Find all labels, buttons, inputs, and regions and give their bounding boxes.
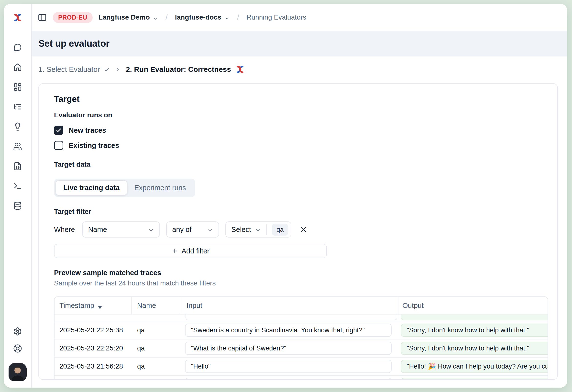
environment-badge: PROD-EU (53, 12, 93, 23)
evaluation-lightbulb-icon[interactable] (13, 122, 22, 131)
support-lifebuoy-icon[interactable] (13, 344, 22, 353)
breadcrumb-divider: / (164, 13, 169, 22)
remove-filter-icon[interactable] (300, 226, 307, 233)
chevron-down-icon (224, 15, 230, 20)
target-data-label: Target data (54, 160, 548, 168)
input-cell-clipped (186, 314, 397, 320)
column-header-output[interactable]: Output (398, 297, 548, 314)
where-label: Where (54, 226, 75, 234)
filter-column-select[interactable]: Name (82, 221, 160, 237)
column-header-input[interactable]: Input (180, 297, 398, 314)
tab-experiment-runs[interactable]: Experiment runs (127, 181, 193, 195)
filter-value-select[interactable]: Select qa (225, 221, 291, 237)
chevron-down-icon (153, 15, 158, 20)
preview-subheading: Sample over the last 24 hours that match… (54, 279, 548, 287)
prompts-file-icon[interactable] (13, 162, 22, 171)
divider (266, 224, 267, 235)
output-value-box[interactable]: "Hello there! 😇 How can I assist you tod… (401, 378, 548, 380)
check-icon (103, 66, 110, 73)
table-row[interactable]: 2025-05-23 22:25:38 qa "Sweden is a coun… (54, 321, 548, 339)
input-value-box[interactable]: "What is the capital of Sweden?" (185, 342, 392, 355)
chevron-down-icon (148, 227, 154, 233)
breadcrumb-divider: / (236, 13, 241, 22)
name-cell: qa (132, 326, 180, 334)
tracing-icon[interactable] (13, 102, 22, 111)
runs-on-label: Evaluator runs on (54, 111, 548, 119)
preview-heading: Preview sample matched traces (54, 269, 548, 277)
chevron-down-icon (255, 227, 261, 233)
playground-terminal-icon[interactable] (13, 182, 22, 190)
filter-value-chip[interactable]: qa (272, 224, 288, 235)
timestamp-cell: 2025-05-23 21:56:28 (54, 362, 132, 370)
step-nav: 1. Select Evaluator 2. Run Evaluator: Co… (38, 65, 567, 74)
user-avatar[interactable] (9, 363, 27, 381)
sidebar (4, 4, 32, 388)
org-logo[interactable] (4, 4, 31, 31)
input-cell: "Sweden is a country in Scandinavia. You… (180, 324, 398, 337)
filter-row: Where Name any of Select qa (54, 221, 548, 237)
input-value-box[interactable]: "Hello" (185, 378, 392, 380)
column-header-name[interactable]: Name (132, 297, 180, 314)
table-row[interactable]: 2025-05-23 22:25:20 qa "What is the capi… (54, 339, 548, 358)
breadcrumb-page: Running Evaluators (246, 14, 306, 21)
input-value-box[interactable]: "Hello" (185, 360, 392, 373)
sidebar-nav (13, 43, 22, 210)
checkbox-unchecked-icon[interactable] (54, 141, 63, 150)
table-row[interactable]: 2025-05-23 21:56:28 qa "Hello" "Hello! 🎉… (54, 358, 548, 376)
tab-live-tracing-data[interactable]: Live tracing data (56, 181, 127, 195)
table-row[interactable]: 2025-05-23 19:07:28 qa "Hello" "Hello th… (54, 376, 548, 380)
breadcrumb-project[interactable]: Langfuse Demo (98, 14, 158, 21)
chevron-down-icon (207, 227, 213, 233)
plus-icon (171, 248, 178, 254)
input-cell: "Hello" (180, 360, 398, 373)
preview-table: Timestamp Name Input Output 2025-05-23 2… (54, 297, 548, 380)
breadcrumb-resource[interactable]: langfuse-docs (175, 14, 230, 21)
step-run-evaluator: 2. Run Evaluator: Correctness (126, 65, 245, 74)
settings-gear-icon[interactable] (13, 327, 22, 336)
step-select-evaluator[interactable]: 1. Select Evaluator (38, 65, 110, 74)
filter-operator-select[interactable]: any of (166, 221, 219, 237)
output-cell-clipped (401, 314, 548, 320)
users-icon[interactable] (13, 142, 22, 151)
page-title: Set up evaluator (38, 38, 110, 49)
target-data-toggle: Live tracing data Experiment runs (54, 179, 195, 197)
target-card: Target Evaluator runs on New traces Exis… (38, 83, 558, 380)
page-title-bar: Set up evaluator (32, 31, 567, 56)
checkbox-existing-traces[interactable]: Existing traces (54, 140, 548, 151)
output-value-box[interactable]: "Sorry, I don't know how to help with th… (401, 342, 548, 355)
table-body: 2025-05-23 22:25:38 qa "Sweden is a coun… (54, 321, 548, 380)
target-filter-label: Target filter (54, 208, 548, 216)
sort-desc-icon[interactable] (97, 303, 102, 308)
sidebar-bottom (9, 327, 27, 381)
app-window: PROD-EU Langfuse Demo / langfuse-docs / … (4, 4, 567, 388)
chevron-right-icon (115, 66, 121, 73)
checkbox-new-traces[interactable]: New traces (54, 125, 548, 136)
checkbox-checked-icon[interactable] (54, 125, 63, 135)
content: 1. Select Evaluator 2. Run Evaluator: Co… (32, 56, 567, 388)
search-icon[interactable] (13, 43, 22, 52)
output-cell: "Sorry, I don't know how to help with th… (398, 342, 548, 355)
input-value-box[interactable]: "Sweden is a country in Scandinavia. You… (185, 324, 392, 337)
column-header-timestamp[interactable]: Timestamp (54, 297, 132, 314)
timestamp-cell: 2025-05-23 22:25:20 (54, 344, 132, 352)
table-row-partial[interactable] (54, 314, 548, 321)
output-cell: "Hello there! 😇 How can I assist you tod… (398, 378, 548, 380)
sidebar-toggle-icon[interactable] (38, 13, 47, 22)
output-value-box[interactable]: "Sorry, I don't know how to help with th… (401, 324, 548, 337)
langfuse-knot-logo (13, 14, 23, 22)
input-cell: "Hello" (180, 378, 398, 380)
name-cell: qa (132, 344, 180, 352)
input-cell: "What is the capital of Sweden?" (180, 342, 398, 355)
dashboards-icon[interactable] (13, 83, 22, 91)
langfuse-knot-icon (235, 65, 245, 74)
topbar: PROD-EU Langfuse Demo / langfuse-docs / … (32, 4, 567, 31)
output-cell: "Hello! 🎉 How can I help you today? Are … (398, 360, 548, 373)
output-cell: "Sorry, I don't know how to help with th… (398, 324, 548, 337)
output-value-box[interactable]: "Hello! 🎉 How can I help you today? Are … (401, 360, 548, 373)
home-icon[interactable] (13, 63, 22, 72)
main-area: PROD-EU Langfuse Demo / langfuse-docs / … (32, 4, 567, 388)
name-cell: qa (132, 362, 180, 370)
target-heading: Target (54, 94, 548, 104)
datasets-database-icon[interactable] (13, 201, 22, 210)
add-filter-button[interactable]: Add filter (54, 244, 327, 258)
